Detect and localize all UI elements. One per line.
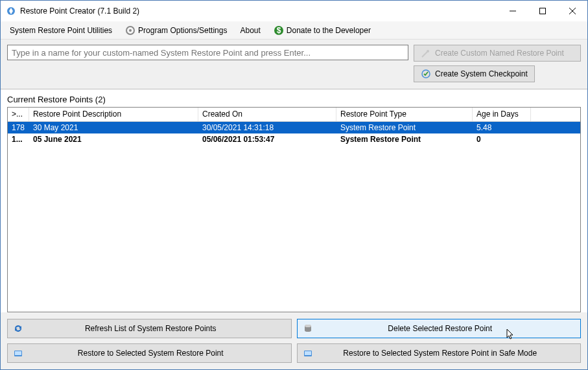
app-icon xyxy=(6,6,16,16)
create-system-checkpoint-button[interactable]: Create System Checkpoint xyxy=(414,65,535,82)
cell-type: System Restore Point xyxy=(336,122,473,133)
restore-points-list[interactable]: >... Restore Point Description Created O… xyxy=(7,107,581,312)
list-header: >... Restore Point Description Created O… xyxy=(8,108,580,122)
table-row[interactable]: 17830 May 202130/05/2021 14:31:18System … xyxy=(8,122,580,133)
wand-icon xyxy=(421,48,431,58)
cell-desc: 05 June 2021 xyxy=(29,134,198,145)
window-buttons xyxy=(498,1,587,21)
cell-age: 0 xyxy=(473,134,531,145)
dollar-icon: $ xyxy=(274,25,284,36)
table-row[interactable]: 1...05 June 202105/06/2021 01:53:47Syste… xyxy=(8,133,580,145)
col-age[interactable]: Age in Days xyxy=(473,108,531,121)
restore-point-name-input[interactable] xyxy=(7,45,408,60)
restore-button[interactable]: Restore to Selected System Restore Point xyxy=(7,343,292,363)
restore-safe-icon xyxy=(303,348,313,358)
refresh-button[interactable]: Refresh List of System Restore Points xyxy=(7,319,292,338)
col-desc[interactable]: Restore Point Description xyxy=(29,108,198,121)
svg-rect-14 xyxy=(15,351,21,355)
gear-icon xyxy=(125,25,135,36)
menu-about[interactable]: About xyxy=(233,23,266,38)
restore-icon xyxy=(13,348,23,358)
col-id[interactable]: >... xyxy=(8,108,29,121)
bottom-buttons: Refresh List of System Restore Points De… xyxy=(1,312,587,369)
svg-point-6 xyxy=(129,29,132,32)
cell-desc: 30 May 2021 xyxy=(29,122,198,133)
svg-point-9 xyxy=(427,50,429,52)
titlebar: Restore Point Creator (7.1 Build 2) xyxy=(1,1,587,21)
minimize-button[interactable] xyxy=(498,1,528,21)
refresh-icon xyxy=(13,323,23,334)
cell-created: 05/06/2021 01:53:47 xyxy=(198,134,336,145)
cell-created: 30/05/2021 14:31:18 xyxy=(198,122,336,133)
cell-age: 5.48 xyxy=(473,122,531,133)
svg-rect-2 xyxy=(540,8,546,14)
col-created[interactable]: Created On xyxy=(198,108,336,121)
restore-safe-mode-button[interactable]: Restore to Selected System Restore Point… xyxy=(297,343,582,363)
create-custom-named-button[interactable]: Create Custom Named Restore Point xyxy=(414,45,581,62)
close-button[interactable] xyxy=(558,1,587,21)
window-title: Restore Point Creator (7.1 Build 2) xyxy=(20,6,498,16)
maximize-button[interactable] xyxy=(528,1,558,21)
cell-id: 178 xyxy=(8,122,29,133)
menubar: System Restore Point Utilities Program O… xyxy=(1,21,587,40)
delete-icon xyxy=(303,323,313,334)
col-type[interactable]: Restore Point Type xyxy=(336,108,473,121)
delete-button[interactable]: Delete Selected Restore Point xyxy=(297,319,582,338)
menu-utilities[interactable]: System Restore Point Utilities xyxy=(3,23,119,38)
svg-text:$: $ xyxy=(276,26,281,35)
list-body: 17830 May 202130/05/2021 14:31:18System … xyxy=(8,122,580,312)
cell-type: System Restore Point xyxy=(336,134,473,145)
svg-rect-16 xyxy=(305,351,311,355)
top-controls: Create Custom Named Restore Point Create… xyxy=(1,40,587,89)
checkpoint-icon xyxy=(421,69,431,79)
svg-point-12 xyxy=(305,325,311,327)
cell-id: 1... xyxy=(8,134,29,145)
current-restore-points-label: Current Restore Points (2) xyxy=(1,89,587,107)
menu-options[interactable]: Program Options/Settings xyxy=(119,23,233,38)
menu-donate[interactable]: $ Donate to the Developer xyxy=(267,23,377,38)
